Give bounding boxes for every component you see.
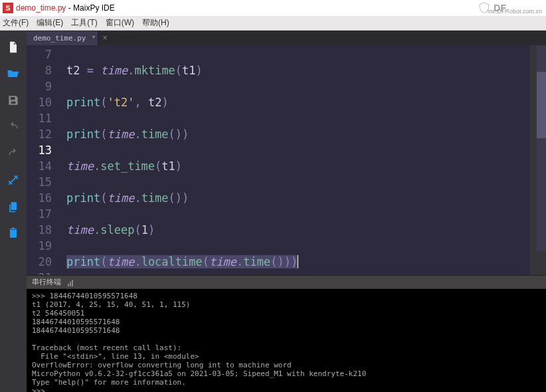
menu-help[interactable]: 帮助(H) <box>142 17 169 29</box>
terminal-title: 串行终端 <box>32 277 61 287</box>
svg-rect-0 <box>68 284 69 286</box>
tab-label: demo_time.py <box>33 34 86 43</box>
code-editor[interactable]: 7 8 9 10 11 12 13 14 15 16 17 18 19 20 2… <box>27 45 546 275</box>
line-gutter: 7 8 9 10 11 12 13 14 15 16 17 18 19 20 2… <box>27 45 58 275</box>
menu-tools[interactable]: 工具(T) <box>71 17 97 29</box>
menu-window[interactable]: 窗口(W) <box>106 17 134 29</box>
signal-icon <box>68 278 74 286</box>
redo-icon[interactable] <box>6 146 21 161</box>
editor-scrollbar[interactable] <box>537 45 546 251</box>
svg-rect-1 <box>70 282 71 286</box>
svg-rect-2 <box>72 280 73 286</box>
menu-file[interactable]: 文件(F) <box>3 17 29 29</box>
new-file-icon[interactable] <box>6 40 21 54</box>
tab-demo-time[interactable]: demo_time.py ▾ <box>27 31 98 45</box>
paste-icon[interactable] <box>6 226 21 241</box>
title-sep: - <box>66 3 73 13</box>
scrollbar-thumb[interactable] <box>537 72 546 138</box>
terminal-header: 串行终端 <box>27 275 546 288</box>
copy-icon[interactable] <box>6 199 21 214</box>
menu-edit[interactable]: 编辑(E) <box>37 17 63 29</box>
menubar: 文件(F) 编辑(E) 工具(T) 窗口(W) 帮助(H) <box>0 16 546 31</box>
tab-close-icon[interactable]: ▾ <box>92 33 96 41</box>
tab-bar: demo_time.py ▾ × <box>27 31 546 45</box>
sidebar <box>0 31 27 392</box>
serial-terminal[interactable]: >>> 18446744010595571648 t1 (2017, 4, 25… <box>27 288 546 392</box>
open-folder-icon[interactable] <box>6 66 21 81</box>
title-app: MaixPy IDE <box>73 3 115 13</box>
undo-icon[interactable] <box>6 120 21 134</box>
brand-url: mc.DFRobot.com.cn <box>488 8 542 15</box>
tools-icon[interactable] <box>6 173 21 187</box>
title-filename: demo_time.py <box>16 3 66 13</box>
titlebar: S demo_time.py - MaixPy IDE DF mc.DFRobo… <box>0 0 546 16</box>
app-icon: S <box>3 3 13 13</box>
tab-x[interactable]: × <box>98 33 111 43</box>
save-icon[interactable] <box>6 93 21 108</box>
code-area[interactable]: t2 = time.mktime(t1) print('t2', t2) pri… <box>58 45 530 275</box>
